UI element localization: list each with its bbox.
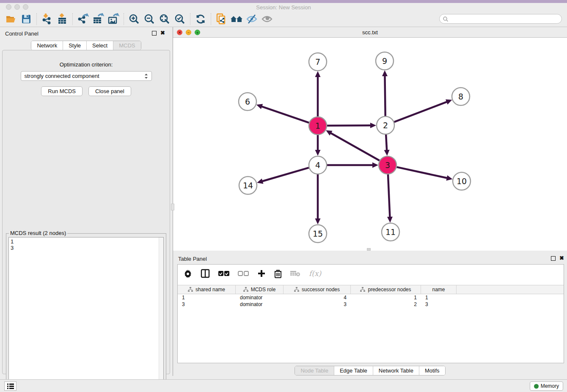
search-input[interactable] xyxy=(449,16,561,22)
graph-node-10[interactable]: 10 xyxy=(453,172,471,190)
close-panel-icon[interactable]: ✖ xyxy=(559,255,564,261)
task-history-button[interactable] xyxy=(4,381,17,391)
hide-selected-icon[interactable] xyxy=(244,13,259,25)
open-session-icon[interactable] xyxy=(3,13,19,25)
tab-motifs[interactable]: Motifs xyxy=(419,366,445,375)
graph-edge-2-3[interactable] xyxy=(384,135,390,156)
save-session-icon[interactable] xyxy=(19,13,34,25)
table-row[interactable]: 3dominator323 xyxy=(178,301,564,308)
panel-splitter-handle[interactable] xyxy=(171,204,174,210)
memory-button[interactable]: Memory xyxy=(530,381,563,391)
graph-node-7[interactable]: 7 xyxy=(309,53,327,71)
graph-node-14[interactable]: 14 xyxy=(239,177,257,194)
graph-node-4[interactable]: 4 xyxy=(309,156,327,174)
column-header-successor-nodes[interactable]: successor nodes xyxy=(284,285,351,294)
graph-edge-1-7[interactable] xyxy=(315,71,321,116)
table-row[interactable]: 1dominator411 xyxy=(178,294,564,301)
network-canvas[interactable]: 7968124314101511 xyxy=(173,38,567,251)
refresh-layout-icon[interactable] xyxy=(193,13,208,25)
column-header-shared-name[interactable]: shared name xyxy=(178,285,236,294)
mcds-result-textarea[interactable]: 13 xyxy=(8,237,164,392)
network-window-titlebar[interactable]: ✕ − ＋ scc.txt xyxy=(173,27,567,38)
svg-text:2: 2 xyxy=(383,121,388,130)
table-cell[interactable]: 2 xyxy=(351,301,421,308)
float-panel-icon[interactable] xyxy=(551,256,556,261)
tab-node-table[interactable]: Node Table xyxy=(295,366,334,375)
table-cell[interactable]: 1 xyxy=(178,294,236,301)
float-panel-icon[interactable] xyxy=(152,31,157,36)
table-cell[interactable]: 1 xyxy=(421,294,457,301)
table-cell[interactable]: 4 xyxy=(284,294,351,301)
svg-text:14: 14 xyxy=(243,181,253,190)
zoom-out-icon[interactable] xyxy=(142,13,157,25)
close-panel-icon[interactable]: ✖ xyxy=(160,30,165,36)
table-rows: 1dominator4113dominator323 xyxy=(178,294,564,308)
table-cell[interactable]: 3 xyxy=(421,301,457,308)
import-network-icon[interactable] xyxy=(39,13,55,25)
deselect-all-checkboxes-icon[interactable] xyxy=(238,271,249,276)
tab-style[interactable]: Style xyxy=(63,41,86,50)
table-cell[interactable]: 1 xyxy=(351,294,421,301)
memory-status-icon xyxy=(534,384,539,389)
tab-mcds[interactable]: MCDS xyxy=(113,41,140,50)
graph-edge-3-1[interactable] xyxy=(326,130,380,160)
column-header-mcds-role[interactable]: MCDS role xyxy=(236,285,284,294)
graph-node-15[interactable]: 15 xyxy=(309,225,327,243)
select-all-checkboxes-icon[interactable] xyxy=(218,271,229,276)
import-table-icon[interactable] xyxy=(55,13,70,25)
graph-edge-3-10[interactable] xyxy=(396,167,452,181)
control-panel-title: Control Panel xyxy=(5,30,39,37)
table-cell[interactable]: 3 xyxy=(284,301,351,308)
graph-node-8[interactable]: 8 xyxy=(452,88,470,105)
run-mcds-button[interactable]: Run MCDS xyxy=(41,86,83,96)
optimization-criterion-label: Optimization criterion: xyxy=(3,61,170,68)
svg-text:1: 1 xyxy=(315,121,320,130)
tab-network-table[interactable]: Network Table xyxy=(373,366,419,375)
graph-edge-3-11[interactable] xyxy=(387,174,393,223)
export-table-icon[interactable] xyxy=(91,13,106,25)
graph-node-11[interactable]: 11 xyxy=(382,223,399,241)
hierarchy-icon xyxy=(188,287,193,292)
column-header-predecessor-nodes[interactable]: predecessor nodes xyxy=(351,285,421,294)
graph-edge-1-6[interactable] xyxy=(256,104,309,123)
show-all-icon[interactable] xyxy=(259,13,275,25)
duplicate-network-icon[interactable] xyxy=(214,13,229,25)
criterion-dropdown[interactable]: strongly connected component xyxy=(21,71,152,81)
split-columns-icon[interactable] xyxy=(201,269,210,278)
graph-node-3[interactable]: 3 xyxy=(379,156,396,174)
zoom-fit-icon[interactable] xyxy=(157,13,172,25)
task-list-icon xyxy=(7,383,14,389)
graph-node-9[interactable]: 9 xyxy=(376,52,394,70)
graph-edge-4-3[interactable] xyxy=(327,163,378,168)
add-column-icon[interactable] xyxy=(257,269,266,278)
zoom-in-icon[interactable] xyxy=(127,13,142,25)
search-field[interactable] xyxy=(439,14,562,24)
graph-node-2[interactable]: 2 xyxy=(377,116,394,134)
tab-edge-table[interactable]: Edge Table xyxy=(334,366,373,375)
graph-node-1[interactable]: 1 xyxy=(309,117,327,135)
settings-gear-icon[interactable] xyxy=(184,269,192,278)
graph-edge-1-2[interactable] xyxy=(327,123,376,128)
scrollbar-track[interactable] xyxy=(159,237,163,392)
tab-select[interactable]: Select xyxy=(86,41,113,50)
export-image-icon[interactable] xyxy=(106,13,121,25)
table-cell[interactable]: dominator xyxy=(236,294,284,301)
zoom-selected-icon[interactable] xyxy=(172,13,187,25)
export-network-icon[interactable] xyxy=(75,13,91,25)
tab-network[interactable]: Network xyxy=(31,41,63,50)
svg-text:9: 9 xyxy=(382,56,387,66)
mcds-result-line: 3 xyxy=(11,245,162,251)
graph-edge-2-9[interactable] xyxy=(382,70,388,116)
table-cell[interactable]: dominator xyxy=(236,301,284,308)
close-panel-button[interactable]: Close panel xyxy=(88,86,131,96)
column-header-name[interactable]: name xyxy=(421,285,457,294)
first-neighbors-icon[interactable] xyxy=(229,13,244,25)
graph-edge-4-15[interactable] xyxy=(315,174,321,224)
delete-column-icon[interactable] xyxy=(274,269,282,278)
graph-edge-2-8[interactable] xyxy=(394,99,452,122)
table-cell[interactable]: 3 xyxy=(178,301,236,308)
graph-node-6[interactable]: 6 xyxy=(239,93,256,110)
svg-text:4: 4 xyxy=(315,160,320,170)
graph-edge-4-14[interactable] xyxy=(257,168,309,184)
graph-edge-1-4[interactable] xyxy=(315,135,321,156)
